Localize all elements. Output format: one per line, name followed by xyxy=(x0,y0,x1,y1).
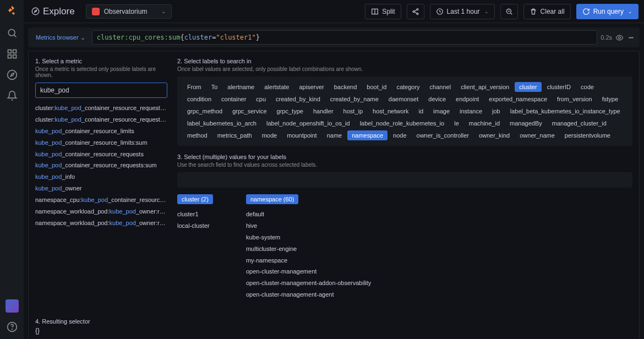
metric-item[interactable]: kube_pod_info xyxy=(35,171,167,183)
label-chip[interactable]: cluster xyxy=(515,82,541,92)
compass-icon xyxy=(31,7,40,15)
share-button[interactable] xyxy=(407,4,424,19)
label-chip[interactable]: client_api_version xyxy=(456,82,514,92)
metric-filter-input[interactable] xyxy=(35,83,167,98)
metric-item[interactable]: kube_pod_container_resource_requests:sum xyxy=(35,160,167,171)
alerting-icon[interactable] xyxy=(7,90,18,101)
help-icon[interactable] xyxy=(7,321,18,332)
label-chip[interactable]: owner_name xyxy=(515,130,559,140)
label-chip[interactable]: device xyxy=(424,94,450,104)
label-chip[interactable]: code xyxy=(576,82,598,92)
metrics-browser-toggle[interactable]: Metrics browser ⌄ xyxy=(32,33,89,42)
value-item[interactable]: open-cluster-management-agent xyxy=(246,289,371,300)
label-chip[interactable]: created_by_name xyxy=(326,94,383,104)
label-chip[interactable]: instance xyxy=(455,106,487,116)
eye-icon[interactable] xyxy=(615,34,624,42)
values-column: cluster (2)cluster1local-cluster xyxy=(177,194,213,300)
label-chip[interactable]: From xyxy=(183,82,206,92)
search-icon[interactable] xyxy=(7,28,18,39)
sidebar xyxy=(0,0,24,339)
label-chip[interactable]: node xyxy=(389,130,411,140)
value-item[interactable]: multicluster-engine xyxy=(246,243,371,255)
label-chip[interactable]: label_node_role_kubernetes_io xyxy=(356,118,449,128)
label-chip[interactable]: name xyxy=(323,130,347,140)
time-range-button[interactable]: Last 1 hour ⌄ xyxy=(430,4,495,19)
metric-item[interactable]: cluster:kube_pod_container_resource_requ… xyxy=(35,114,167,125)
metric-item[interactable]: cluster:kube_pod_container_resource_requ… xyxy=(35,102,167,114)
label-chip[interactable]: cpu xyxy=(252,94,270,104)
label-chip[interactable]: mountpoint xyxy=(282,130,321,140)
value-item[interactable]: open-cluster-management xyxy=(246,266,371,277)
label-chip[interactable]: le xyxy=(450,118,463,128)
label-chip[interactable]: label_node_openshift_io_os_id xyxy=(262,118,354,128)
value-item[interactable]: local-cluster xyxy=(177,220,213,232)
label-chip[interactable]: persistentvolume xyxy=(560,130,615,140)
metric-item[interactable]: namespace_workload_pod:kube_pod_owner:re… xyxy=(35,217,167,229)
chevron-down-icon: ⌄ xyxy=(484,9,489,14)
label-chip[interactable]: label_kubernetes_io_arch xyxy=(183,118,261,128)
metric-item[interactable]: namespace_cpu:kube_pod_container_resourc… xyxy=(35,194,167,206)
label-chip[interactable]: job xyxy=(488,106,505,116)
metric-item[interactable]: kube_pod_container_resource_requests xyxy=(35,149,167,160)
value-item[interactable]: kube-system xyxy=(246,232,371,243)
label-chip[interactable]: backend xyxy=(330,82,362,92)
label-chip[interactable]: managed_cluster_id xyxy=(548,118,611,128)
label-chip[interactable]: category xyxy=(392,82,424,92)
label-chip[interactable]: namespace xyxy=(347,130,388,140)
user-avatar[interactable] xyxy=(6,299,19,313)
label-chip[interactable]: mode xyxy=(258,130,282,140)
run-query-button[interactable]: Run query ⌄ xyxy=(576,4,638,19)
label-chip[interactable]: grpc_service xyxy=(228,106,271,116)
metric-item[interactable]: namespace_workload_pod:kube_pod_owner:re… xyxy=(35,206,167,217)
label-chip[interactable]: grpc_type xyxy=(272,106,308,116)
value-item[interactable]: hive xyxy=(246,220,371,232)
minus-icon[interactable] xyxy=(627,34,635,42)
svg-point-15 xyxy=(619,36,621,39)
explore-icon[interactable] xyxy=(7,69,18,80)
metric-item[interactable]: kube_pod_container_resource_limits xyxy=(35,125,167,137)
label-chip[interactable]: handler xyxy=(309,106,338,116)
label-chip[interactable]: container xyxy=(217,94,250,104)
query-input[interactable]: cluster:cpu_cores:sum{cluster="cluster1"… xyxy=(92,30,598,45)
clear-all-button[interactable]: Clear all xyxy=(523,4,571,19)
metric-item[interactable]: kube_pod_container_resource_limits:sum xyxy=(35,137,167,149)
zoom-out-button[interactable] xyxy=(500,4,518,19)
label-chip[interactable]: condition xyxy=(183,94,216,104)
label-chip[interactable]: boot_id xyxy=(362,82,391,92)
metric-item[interactable]: kube_pod_owner xyxy=(35,183,167,194)
label-chip[interactable]: clusterID xyxy=(543,82,575,92)
value-item[interactable]: my-namespace xyxy=(246,255,371,266)
label-chip[interactable]: channel xyxy=(425,82,456,92)
label-chip[interactable]: daemonset xyxy=(384,94,423,104)
values-search-input[interactable] xyxy=(177,172,632,188)
label-chip[interactable]: grpc_method xyxy=(183,106,227,116)
label-chip[interactable]: metrics_path xyxy=(213,130,256,140)
label-chip[interactable]: host_ip xyxy=(339,106,367,116)
label-chip[interactable]: owner_kind xyxy=(474,130,514,140)
label-chip[interactable]: image xyxy=(429,106,454,116)
value-item[interactable]: open-cluster-management-addon-observabil… xyxy=(246,277,371,289)
dashboard-icon[interactable] xyxy=(7,48,18,59)
label-chip[interactable]: fstype xyxy=(598,94,623,104)
label-chip[interactable]: from_version xyxy=(553,94,597,104)
label-chip[interactable]: created_by_kind xyxy=(271,94,325,104)
grafana-logo[interactable] xyxy=(6,4,19,18)
label-chip[interactable]: label_beta_kubernetes_io_instance_type xyxy=(506,106,625,116)
label-chip[interactable]: machine_id xyxy=(465,118,504,128)
value-item[interactable]: cluster1 xyxy=(177,209,213,220)
label-chip[interactable]: endpoint xyxy=(451,94,483,104)
datasource-picker[interactable]: Observatorium ⌄ xyxy=(86,4,172,19)
value-item[interactable]: default xyxy=(246,209,371,220)
section-2-title: 2. Select labels to search in xyxy=(177,58,632,64)
label-chip[interactable]: alertstate xyxy=(260,82,293,92)
label-chip[interactable]: alertname xyxy=(223,82,259,92)
label-chip[interactable]: managedBy xyxy=(505,118,547,128)
label-chip[interactable]: method xyxy=(183,130,212,140)
label-chip[interactable]: id xyxy=(414,106,428,116)
label-chip[interactable]: host_network xyxy=(368,106,413,116)
split-button[interactable]: Split xyxy=(365,4,401,19)
label-chip[interactable]: apiserver xyxy=(294,82,328,92)
label-chip[interactable]: owner_is_controller xyxy=(412,130,473,140)
label-chip[interactable]: To xyxy=(207,82,222,92)
label-chip[interactable]: exported_namespace xyxy=(484,94,552,104)
